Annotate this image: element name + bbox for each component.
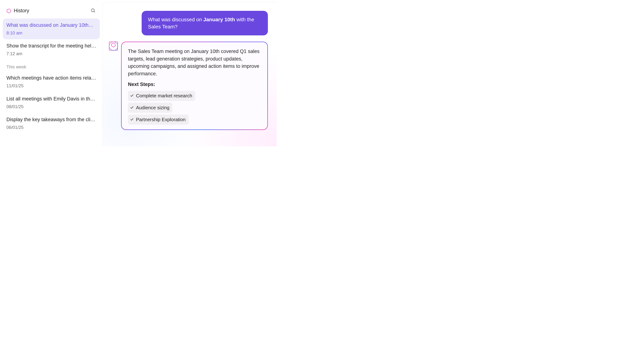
next-steps-heading: Next Steps:	[128, 81, 261, 88]
assistant-reply-row: The Sales Team meeting on January 10th c…	[109, 42, 268, 130]
user-message-bubble: What was discussed on January 10th with …	[142, 11, 268, 35]
history-item-title: List all meetings with Emily Davis in th…	[6, 95, 96, 102]
next-steps-list: Complete market research Audience sizing…	[128, 91, 261, 125]
history-item-title: What was discussed on January 10th…	[6, 22, 96, 29]
check-icon	[130, 116, 134, 123]
chat-panel: What was discussed on January 10th with …	[102, 2, 277, 146]
history-item-time: 7:12 am	[6, 51, 96, 57]
assistant-summary-text: The Sales Team meeting on January 10th c…	[128, 48, 261, 77]
history-item[interactable]: What was discussed on January 10th… 8:10…	[3, 18, 100, 39]
assistant-message-bubble: The Sales Team meeting on January 10th c…	[122, 42, 267, 129]
assistant-avatar	[109, 42, 118, 50]
swirl-logo-icon	[6, 8, 11, 13]
next-step-label: Partnership Exploration	[136, 116, 186, 123]
user-message-text-bold: January 10th	[203, 17, 235, 22]
next-step-label: Complete market research	[136, 92, 192, 99]
search-icon	[91, 8, 96, 13]
next-step-chip[interactable]: Complete market research	[128, 91, 195, 101]
history-sidebar: History What was discussed on January 10…	[0, 0, 102, 146]
check-icon	[130, 92, 134, 99]
history-item-title: Show the transcript for the meeting hel…	[6, 42, 96, 49]
check-icon	[130, 104, 134, 111]
search-button[interactable]	[90, 7, 96, 14]
history-item-time: 11/01/25	[6, 83, 96, 89]
sidebar-title: History	[14, 7, 90, 14]
assistant-bubble-border: The Sales Team meeting on January 10th c…	[121, 42, 268, 130]
history-item-time: 08/01/25	[6, 104, 96, 110]
history-item[interactable]: Which meetings have action items rela… 1…	[3, 71, 100, 92]
history-section-label: This week	[3, 60, 100, 71]
history-item[interactable]: Show the transcript for the meeting hel……	[3, 39, 100, 60]
swirl-logo-icon	[111, 42, 116, 49]
next-step-chip[interactable]: Audience sizing	[128, 103, 172, 113]
history-item-title: Which meetings have action items rela…	[6, 75, 96, 82]
sidebar-header: History	[3, 7, 100, 18]
svg-line-1	[94, 11, 95, 12]
next-step-label: Audience sizing	[136, 104, 169, 111]
user-message-text-prefix: What was discussed on	[148, 17, 203, 22]
history-item-title: Display the key takeaways from the cli…	[6, 116, 96, 123]
history-item-time: 8:10 am	[6, 30, 96, 36]
history-item[interactable]: Display the key takeaways from the cli… …	[3, 113, 100, 134]
history-item-time: 06/01/25	[6, 124, 96, 131]
history-item[interactable]: List all meetings with Emily Davis in th…	[3, 92, 100, 113]
next-step-chip[interactable]: Partnership Exploration	[128, 115, 188, 125]
history-list: What was discussed on January 10th… 8:10…	[3, 18, 100, 134]
